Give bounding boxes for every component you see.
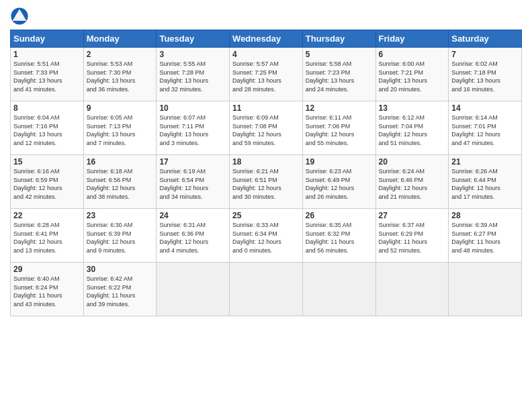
day-detail: Sunrise: 5:53 AM Sunset: 7:30 PM Dayligh…: [87, 60, 154, 93]
svg-point-2: [15, 12, 23, 19]
day-number: 14: [451, 103, 519, 113]
day-detail: Sunrise: 6:02 AM Sunset: 7:18 PM Dayligh…: [451, 60, 519, 93]
day-number: 30: [87, 265, 154, 274]
day-detail: Sunrise: 6:11 AM Sunset: 7:06 PM Dayligh…: [306, 113, 373, 147]
calendar-cell: 8Sunrise: 6:04 AM Sunset: 7:16 PM Daylig…: [11, 101, 84, 155]
calendar-table: SundayMondayTuesdayWednesdayThursdayFrid…: [10, 30, 522, 316]
calendar-header-row: SundayMondayTuesdayWednesdayThursdayFrid…: [11, 30, 522, 48]
day-detail: Sunrise: 6:42 AM Sunset: 6:22 PM Dayligh…: [87, 275, 154, 308]
day-number: 6: [379, 50, 446, 59]
calendar-cell: 11Sunrise: 6:09 AM Sunset: 7:08 PM Dayli…: [230, 101, 303, 155]
calendar-cell: 13Sunrise: 6:12 AM Sunset: 7:04 PM Dayli…: [375, 101, 449, 155]
day-detail: Sunrise: 6:05 AM Sunset: 7:13 PM Dayligh…: [87, 113, 154, 147]
calendar-cell: 28Sunrise: 6:39 AM Sunset: 6:27 PM Dayli…: [449, 209, 522, 263]
day-number: 18: [232, 157, 300, 167]
day-detail: Sunrise: 6:30 AM Sunset: 6:39 PM Dayligh…: [87, 221, 154, 255]
day-number: 22: [13, 211, 81, 220]
day-number: 9: [87, 103, 154, 113]
calendar-cell: 25Sunrise: 6:33 AM Sunset: 6:34 PM Dayli…: [230, 209, 303, 263]
calendar-cell: 22Sunrise: 6:28 AM Sunset: 6:41 PM Dayli…: [11, 209, 84, 263]
calendar-container: SundayMondayTuesdayWednesdayThursdayFrid…: [0, 0, 532, 323]
day-detail: Sunrise: 6:26 AM Sunset: 6:44 PM Dayligh…: [451, 167, 519, 201]
calendar-week-row: 29Sunrise: 6:40 AM Sunset: 6:24 PM Dayli…: [11, 263, 522, 316]
calendar-cell: 30Sunrise: 6:42 AM Sunset: 6:22 PM Dayli…: [83, 263, 157, 316]
day-detail: Sunrise: 6:40 AM Sunset: 6:24 PM Dayligh…: [13, 275, 81, 308]
day-detail: Sunrise: 6:39 AM Sunset: 6:27 PM Dayligh…: [451, 221, 519, 255]
day-number: 13: [379, 103, 446, 113]
calendar-week-row: 22Sunrise: 6:28 AM Sunset: 6:41 PM Dayli…: [11, 209, 522, 263]
calendar-cell: 18Sunrise: 6:21 AM Sunset: 6:51 PM Dayli…: [230, 155, 303, 209]
day-number: 23: [87, 211, 154, 220]
calendar-cell: 26Sunrise: 6:35 AM Sunset: 6:32 PM Dayli…: [302, 209, 375, 263]
calendar-cell: 4Sunrise: 5:57 AM Sunset: 7:25 PM Daylig…: [230, 48, 303, 101]
day-detail: Sunrise: 6:16 AM Sunset: 6:59 PM Dayligh…: [13, 167, 81, 201]
calendar-cell: 12Sunrise: 6:11 AM Sunset: 7:06 PM Dayli…: [302, 101, 375, 155]
day-number: 12: [306, 103, 373, 113]
day-detail: Sunrise: 6:23 AM Sunset: 6:49 PM Dayligh…: [306, 167, 373, 201]
day-number: 11: [232, 103, 300, 113]
day-number: 3: [159, 50, 226, 59]
day-number: 24: [159, 211, 226, 220]
calendar-cell: 19Sunrise: 6:23 AM Sunset: 6:49 PM Dayli…: [302, 155, 375, 209]
day-detail: Sunrise: 5:58 AM Sunset: 7:23 PM Dayligh…: [306, 60, 373, 93]
day-detail: Sunrise: 6:00 AM Sunset: 7:21 PM Dayligh…: [379, 60, 446, 93]
day-detail: Sunrise: 6:19 AM Sunset: 6:54 PM Dayligh…: [159, 167, 226, 201]
calendar-cell: 5Sunrise: 5:58 AM Sunset: 7:23 PM Daylig…: [302, 48, 375, 101]
day-number: 1: [13, 50, 81, 59]
weekday-header: Monday: [83, 30, 157, 48]
calendar-cell: 16Sunrise: 6:18 AM Sunset: 6:56 PM Dayli…: [83, 155, 157, 209]
day-detail: Sunrise: 6:35 AM Sunset: 6:32 PM Dayligh…: [306, 221, 373, 255]
day-detail: Sunrise: 6:18 AM Sunset: 6:56 PM Dayligh…: [87, 167, 154, 201]
day-detail: Sunrise: 5:51 AM Sunset: 7:33 PM Dayligh…: [13, 60, 81, 93]
calendar-cell: 17Sunrise: 6:19 AM Sunset: 6:54 PM Dayli…: [157, 155, 230, 209]
calendar-cell: 23Sunrise: 6:30 AM Sunset: 6:39 PM Dayli…: [83, 209, 157, 263]
day-detail: Sunrise: 6:07 AM Sunset: 7:11 PM Dayligh…: [159, 113, 226, 147]
day-number: 7: [451, 50, 519, 59]
day-detail: Sunrise: 6:37 AM Sunset: 6:29 PM Dayligh…: [379, 221, 446, 255]
calendar-cell: 3Sunrise: 5:55 AM Sunset: 7:28 PM Daylig…: [157, 48, 230, 101]
calendar-cell: [302, 263, 375, 316]
day-number: 19: [306, 157, 373, 167]
day-number: 27: [379, 211, 446, 220]
day-detail: Sunrise: 6:31 AM Sunset: 6:36 PM Dayligh…: [159, 221, 226, 255]
calendar-cell: 9Sunrise: 6:05 AM Sunset: 7:13 PM Daylig…: [83, 101, 157, 155]
day-number: 16: [87, 157, 154, 167]
day-detail: Sunrise: 6:33 AM Sunset: 6:34 PM Dayligh…: [232, 221, 300, 255]
calendar-cell: 27Sunrise: 6:37 AM Sunset: 6:29 PM Dayli…: [375, 209, 449, 263]
day-detail: Sunrise: 5:55 AM Sunset: 7:28 PM Dayligh…: [159, 60, 226, 93]
weekday-header: Tuesday: [157, 30, 230, 48]
logo: [10, 7, 32, 26]
day-detail: Sunrise: 6:09 AM Sunset: 7:08 PM Dayligh…: [232, 113, 300, 147]
calendar-cell: 20Sunrise: 6:24 AM Sunset: 6:46 PM Dayli…: [375, 155, 449, 209]
day-detail: Sunrise: 6:24 AM Sunset: 6:46 PM Dayligh…: [379, 167, 446, 201]
calendar-week-row: 8Sunrise: 6:04 AM Sunset: 7:16 PM Daylig…: [11, 101, 522, 155]
calendar-cell: [375, 263, 449, 316]
day-number: 21: [451, 157, 519, 167]
day-detail: Sunrise: 6:21 AM Sunset: 6:51 PM Dayligh…: [232, 167, 300, 201]
day-number: 2: [87, 50, 154, 59]
calendar-cell: 15Sunrise: 6:16 AM Sunset: 6:59 PM Dayli…: [11, 155, 84, 209]
calendar-cell: 7Sunrise: 6:02 AM Sunset: 7:18 PM Daylig…: [449, 48, 522, 101]
calendar-cell: 21Sunrise: 6:26 AM Sunset: 6:44 PM Dayli…: [449, 155, 522, 209]
weekday-header: Thursday: [302, 30, 375, 48]
calendar-cell: 10Sunrise: 6:07 AM Sunset: 7:11 PM Dayli…: [157, 101, 230, 155]
day-number: 29: [13, 265, 81, 274]
header: [10, 7, 522, 26]
logo-icon: [10, 7, 29, 26]
day-number: 5: [306, 50, 373, 59]
day-number: 20: [379, 157, 446, 167]
day-number: 28: [451, 211, 519, 220]
day-number: 17: [159, 157, 226, 167]
calendar-cell: 1Sunrise: 5:51 AM Sunset: 7:33 PM Daylig…: [11, 48, 84, 101]
weekday-header: Saturday: [449, 30, 522, 48]
weekday-header: Sunday: [11, 30, 84, 48]
calendar-cell: 29Sunrise: 6:40 AM Sunset: 6:24 PM Dayli…: [11, 263, 84, 316]
calendar-cell: [449, 263, 522, 316]
day-number: 26: [306, 211, 373, 220]
day-detail: Sunrise: 5:57 AM Sunset: 7:25 PM Dayligh…: [232, 60, 300, 93]
day-number: 4: [232, 50, 300, 59]
day-detail: Sunrise: 6:28 AM Sunset: 6:41 PM Dayligh…: [13, 221, 81, 255]
day-number: 25: [232, 211, 300, 220]
calendar-cell: 14Sunrise: 6:14 AM Sunset: 7:01 PM Dayli…: [449, 101, 522, 155]
calendar-cell: [157, 263, 230, 316]
